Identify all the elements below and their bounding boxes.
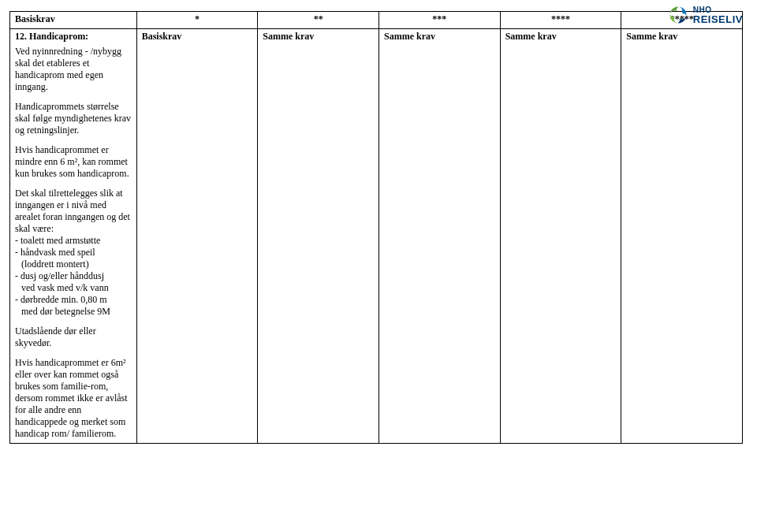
paragraph: Handicaprommets størrelse skal følge myn… [15, 101, 132, 136]
header-star-1: * [136, 12, 258, 29]
row-title: 12. Handicaprom: [15, 31, 132, 43]
bullet: - dusj og/eller hånddusj [15, 270, 104, 281]
bullet: - toalett med armstøtte [15, 235, 100, 246]
bullet: - håndvask med speil [15, 247, 95, 258]
cell-star-4: Samme krav [500, 29, 621, 444]
bullet-sub: (loddrett montert) [15, 259, 89, 270]
table-row: 12. Handicaprom: Ved nyinnredning - /nyb… [10, 29, 743, 444]
row-description-cell: 12. Handicaprom: Ved nyinnredning - /nyb… [10, 29, 137, 444]
paragraph: Ved nyinnredning - /nybygg skal det etab… [15, 46, 132, 93]
bullet: - dørbredde min. 0,80 m [15, 294, 107, 305]
paragraph: Hvis handicaprommet er mindre enn 6 m², … [15, 144, 132, 180]
paragraph: Det skal tilrettelegges slik at inngange… [15, 188, 132, 318]
header-basiskrav: Basiskrav [10, 12, 137, 29]
cell-star-2: Samme krav [258, 29, 379, 444]
header-star-3: *** [379, 12, 501, 29]
brand-logo: NHO REISELIV [668, 5, 743, 25]
logo-text-line1: NHO [693, 6, 743, 14]
bullet-sub: ved vask med v/k vann [15, 282, 109, 293]
cell-star-5: Samme krav [621, 29, 743, 444]
logo-swirl-icon [668, 5, 688, 25]
text: Det skal tilrettelegges slik at inngange… [15, 188, 130, 234]
header-star-4: **** [500, 12, 621, 29]
cell-star-3: Samme krav [379, 29, 501, 444]
requirements-table: Basiskrav * ** *** **** ***** 12. Handic… [9, 11, 743, 444]
cell-star-1: Basiskrav [136, 29, 258, 444]
paragraph: Hvis handicaprommet er 6m² eller over ka… [15, 357, 132, 440]
header-star-2: ** [258, 12, 379, 29]
logo-text-line2: REISELIV [693, 14, 743, 24]
table-header-row: Basiskrav * ** *** **** ***** [10, 12, 743, 29]
paragraph: Utadslående dør eller skyvedør. [15, 326, 132, 349]
bullet-sub: med dør betegnelse 9M [15, 306, 110, 317]
